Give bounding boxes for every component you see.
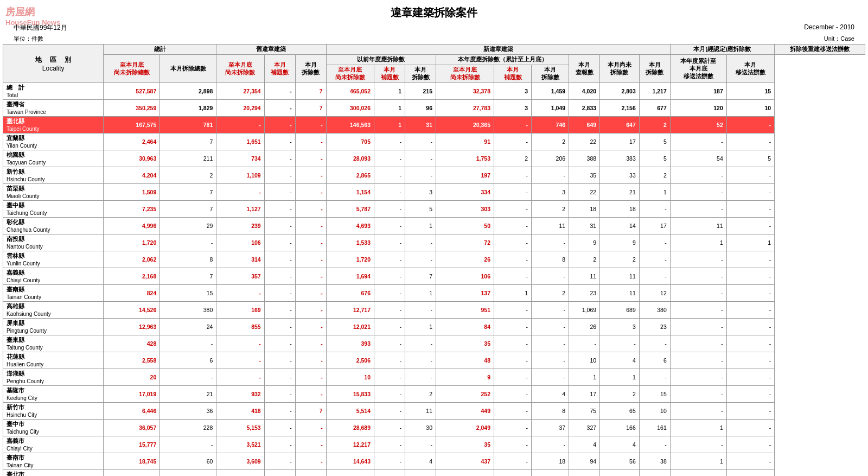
data-cell: 932 (216, 386, 264, 403)
data-cell: - (264, 369, 295, 386)
data-cell: - (295, 234, 326, 251)
data-cell: - (494, 335, 532, 352)
data-cell: 1,651 (216, 134, 264, 150)
locality-cell: 新竹縣Hsinchu County (3, 167, 104, 184)
en-name: Taichung City (7, 429, 39, 435)
table-row: 桃園縣Taoyuan County30,963211734--28,093--1… (3, 150, 865, 167)
data-cell: - (670, 302, 726, 319)
data-cell: 36 (160, 403, 216, 420)
en-name: Chiayi City (7, 446, 33, 452)
data-cell: 383 (600, 150, 640, 167)
data-cell: 314 (216, 251, 264, 268)
data-cell: - (670, 134, 726, 150)
data-cell: 228 (160, 420, 216, 436)
locality-header: 地 區 別Locality (3, 45, 104, 83)
data-cell: - (405, 302, 436, 319)
data-cell: - (374, 453, 405, 470)
table-row: 臺北縣Taipei County167,575781---146,5631312… (3, 117, 865, 134)
data-cell: - (374, 201, 405, 218)
data-cell: 14 (600, 218, 640, 234)
data-cell: 1,720 (104, 234, 160, 251)
data-cell: 4 (405, 453, 436, 470)
data-cell: 215 (405, 83, 436, 100)
data-cell: 15,833 (326, 386, 374, 403)
locality-cell: 屏東縣Pingtung County (3, 319, 104, 335)
cn-name: 高雄縣 (7, 303, 24, 309)
data-cell: - (264, 117, 295, 134)
data-cell: - (295, 436, 326, 453)
data-cell: - (295, 470, 326, 477)
data-cell: - (405, 335, 436, 352)
data-cell: 166 (600, 420, 640, 436)
data-cell: 2 (600, 251, 640, 268)
data-cell: 437 (436, 453, 494, 470)
locality-cell: 桃園縣Taoyuan County (3, 150, 104, 167)
data-cell: - (374, 167, 405, 184)
data-cell: 1,217 (639, 83, 670, 100)
data-cell: 11 (600, 285, 640, 302)
en-name: Kaohsiung County (7, 311, 51, 317)
data-cell: 2,833 (569, 100, 600, 117)
data-cell: 4 (532, 386, 569, 403)
data-cell: 2,156 (600, 100, 640, 117)
data-cell: 1,459 (532, 83, 569, 100)
data-cell: 20 (104, 369, 160, 386)
data-cell: - (639, 268, 670, 285)
en-name: Taiwan Province (7, 109, 46, 115)
old-comp-header: 本月補題數 (264, 55, 295, 83)
data-cell: 7 (295, 83, 326, 100)
data-cell: 31 (405, 117, 436, 134)
data-cell: 38 (639, 453, 670, 470)
data-cell: 29 (160, 218, 216, 234)
old-bottom-header: 至本月底尚未拆除數 (216, 55, 264, 83)
data-cell: - (494, 167, 532, 184)
data-cell: 1 (405, 218, 436, 234)
data-cell: 17 (569, 386, 600, 403)
en-name: Taichung County (7, 210, 47, 216)
data-cell: - (639, 335, 670, 352)
data-cell: 28 (405, 470, 436, 477)
data-cell: - (264, 218, 295, 234)
data-cell: - (295, 201, 326, 218)
data-cell: - (264, 470, 295, 477)
cn-name: 嘉義市 (7, 437, 24, 444)
data-cell: - (726, 436, 774, 453)
data-cell: - (726, 201, 774, 218)
data-cell: - (264, 453, 295, 470)
data-cell: 5 (726, 470, 774, 477)
locality-cell: 彰化縣Changhua County (3, 218, 104, 234)
page-title: 違章建築拆除案件 (3, 0, 865, 22)
data-cell: 8 (532, 251, 569, 268)
data-cell: - (216, 184, 264, 201)
data-cell: 5 (405, 201, 436, 218)
data-cell: - (726, 134, 774, 150)
table-row: 嘉義縣Chiayi County2,1687357--1,694-7106--1… (3, 268, 865, 285)
data-cell: 3 (494, 83, 532, 100)
data-cell: - (726, 352, 774, 369)
data-cell: 1 (670, 453, 726, 470)
data-cell: - (264, 134, 295, 150)
data-cell: 35 (569, 167, 600, 184)
data-cell: 23 (639, 319, 670, 335)
data-cell: 56 (600, 453, 640, 470)
data-cell: - (494, 218, 532, 234)
data-cell: 1,109 (216, 167, 264, 184)
data-cell: - (160, 335, 216, 352)
cn-name: 臺南縣 (7, 286, 24, 293)
data-cell: - (494, 420, 532, 436)
data-cell: - (374, 319, 405, 335)
data-cell: 483 (160, 470, 216, 477)
prev-remove-header: 本月拆除數 (405, 65, 436, 83)
data-cell: - (405, 352, 436, 369)
data-cell: 11 (600, 268, 640, 285)
data-cell: - (670, 251, 726, 268)
data-cell: 1 (670, 420, 726, 436)
data-cell: 7 (295, 100, 326, 117)
data-cell: 137 (436, 285, 494, 302)
data-cell: - (264, 403, 295, 420)
data-cell: - (569, 335, 600, 352)
data-cell: - (264, 83, 295, 100)
data-cell: 2 (532, 134, 569, 150)
data-cell: - (295, 386, 326, 403)
data-cell: 35 (436, 335, 494, 352)
